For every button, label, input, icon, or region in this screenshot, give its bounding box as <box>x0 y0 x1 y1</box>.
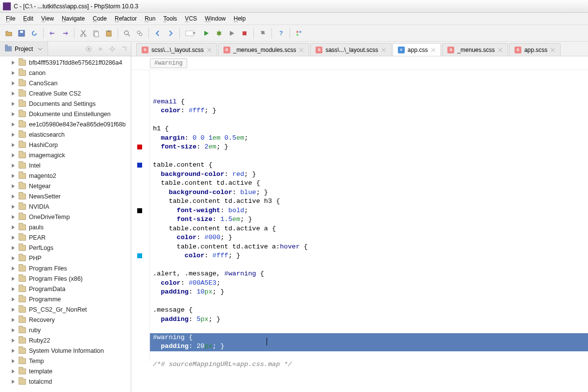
menu-view[interactable]: View <box>37 14 58 24</box>
collapse-all-button[interactable] <box>96 44 105 54</box>
tree-item[interactable]: template <box>0 366 131 376</box>
debug-button[interactable] <box>213 27 225 39</box>
tree-item[interactable]: Documents and Settings <box>0 98 131 109</box>
redo-button[interactable] <box>59 27 71 39</box>
tree-item[interactable]: Temp <box>0 356 131 366</box>
find-button[interactable] <box>121 27 133 39</box>
sync-button[interactable] <box>28 27 40 39</box>
menu-tools[interactable]: Tools <box>159 14 181 24</box>
tree-item[interactable]: ruby <box>0 325 131 335</box>
expand-arrow-icon[interactable] <box>11 132 16 137</box>
tree-item[interactable]: PEAR <box>0 232 131 243</box>
expand-arrow-icon[interactable] <box>11 101 16 106</box>
project-tab[interactable]: Project <box>0 42 48 56</box>
tree-item[interactable]: NewsSetter <box>0 191 131 201</box>
expand-arrow-icon[interactable] <box>11 215 16 220</box>
menu-refactor[interactable]: Refactor <box>111 14 141 24</box>
save-button[interactable] <box>16 27 27 39</box>
expand-arrow-icon[interactable] <box>11 184 16 189</box>
menu-edit[interactable]: Edit <box>19 14 37 24</box>
tree-item[interactable]: NVIDIA <box>0 201 131 212</box>
close-icon[interactable] <box>207 48 212 52</box>
menu-file[interactable]: File <box>2 14 19 24</box>
code-line[interactable]: font-size: 2em; } <box>150 143 588 152</box>
tree-item[interactable]: ee1c05980e843e7ea865de091f68b <box>0 119 131 129</box>
code-line[interactable]: color: #fff; } <box>150 106 588 116</box>
expand-arrow-icon[interactable] <box>11 91 16 96</box>
code-line[interactable]: color: #000; } <box>150 233 588 243</box>
menu-run[interactable]: Run <box>141 14 159 24</box>
tree-item[interactable]: PS_CS2_Gr_NonRet <box>0 304 131 315</box>
code-line[interactable] <box>150 351 588 361</box>
cut-button[interactable] <box>77 27 89 39</box>
expand-arrow-icon[interactable] <box>11 194 16 199</box>
color-swatch[interactable] <box>137 145 142 149</box>
code-line[interactable]: #warning { <box>150 333 588 343</box>
code-line[interactable]: color: #fff; } <box>150 251 588 261</box>
code-line[interactable]: table.content { <box>150 161 588 170</box>
tree-item[interactable]: imagemagick <box>0 150 131 160</box>
editor-tab[interactable]: Sscss\...\_layout.scss <box>136 43 217 56</box>
code-line[interactable]: padding: 5px; } <box>150 315 588 324</box>
tree-item[interactable]: Recovery <box>0 315 131 325</box>
expand-arrow-icon[interactable] <box>11 359 16 364</box>
close-icon[interactable] <box>498 48 503 52</box>
tree-item[interactable]: Program Files <box>0 263 131 273</box>
expand-arrow-icon[interactable] <box>11 379 16 384</box>
editor-tab[interactable]: Ssass\...\_layout.scss <box>310 43 391 56</box>
tree-item[interactable]: OneDriveTemp <box>0 212 131 222</box>
close-icon[interactable] <box>381 48 386 52</box>
tree-item[interactable]: Program Files (x86) <box>0 273 131 284</box>
stop-button[interactable] <box>239 27 250 39</box>
expand-arrow-icon[interactable] <box>11 318 16 322</box>
open-button[interactable] <box>3 27 15 39</box>
breadcrumb[interactable]: #warning <box>131 56 588 70</box>
help-button[interactable]: ? <box>275 27 287 39</box>
menu-vcs[interactable]: VCS <box>181 14 201 24</box>
expand-arrow-icon[interactable] <box>11 60 16 65</box>
menu-help[interactable]: Help <box>230 14 250 24</box>
tree-item[interactable]: Netgear <box>0 181 131 191</box>
tree-item[interactable]: canon <box>0 68 131 78</box>
expand-arrow-icon[interactable] <box>11 276 16 281</box>
menu-code[interactable]: Code <box>89 14 111 24</box>
code-line[interactable]: color: #00A5E3; <box>150 279 588 288</box>
expand-arrow-icon[interactable] <box>11 143 16 147</box>
expand-arrow-icon[interactable] <box>11 328 16 333</box>
code-line[interactable]: padding: 10px; } <box>150 288 588 297</box>
expand-arrow-icon[interactable] <box>11 369 16 374</box>
expand-arrow-icon[interactable] <box>11 307 16 312</box>
project-tree[interactable]: bfb4fff53917fdd8e575621ff0286a4canonCano… <box>0 56 131 392</box>
tree-item[interactable]: Programme <box>0 294 131 304</box>
code-line[interactable]: font-size: 1.5em; } <box>150 215 588 224</box>
tree-item[interactable]: Intel <box>0 160 131 171</box>
expand-arrow-icon[interactable] <box>11 163 16 168</box>
tree-item[interactable]: Creative Suite CS2 <box>0 88 131 98</box>
expand-arrow-icon[interactable] <box>11 235 16 240</box>
copy-button[interactable] <box>90 27 102 39</box>
editor-tab[interactable]: S_menues.scss <box>442 43 508 56</box>
scroll-from-source-button[interactable] <box>84 44 94 54</box>
tree-item[interactable]: System Volume Information <box>0 345 131 356</box>
forward-button[interactable] <box>165 27 176 39</box>
expand-arrow-icon[interactable] <box>11 122 16 127</box>
expand-arrow-icon[interactable] <box>11 348 16 353</box>
editor-tab[interactable]: S_menues_modules.scss <box>218 43 310 56</box>
tree-item[interactable]: ProgramData <box>0 284 131 294</box>
expand-arrow-icon[interactable] <box>11 256 16 261</box>
run-button[interactable] <box>200 27 212 39</box>
code-line[interactable]: #email { <box>150 98 588 107</box>
settings-gear-button[interactable] <box>107 44 117 54</box>
code-line[interactable]: table.content td.active a { <box>150 224 588 234</box>
code-line[interactable]: h1 { <box>150 124 588 134</box>
expand-arrow-icon[interactable] <box>11 338 16 343</box>
expand-arrow-icon[interactable] <box>11 225 16 230</box>
structure-button[interactable] <box>293 27 305 39</box>
hide-button[interactable] <box>119 44 129 54</box>
settings-button[interactable] <box>257 27 269 39</box>
expand-arrow-icon[interactable] <box>11 204 16 209</box>
color-swatch[interactable] <box>137 253 142 258</box>
close-icon[interactable] <box>299 48 304 52</box>
tree-item[interactable]: bfb4fff53917fdd8e575621ff0286a4 <box>0 57 131 68</box>
tree-item[interactable]: HashiCorp <box>0 140 131 150</box>
